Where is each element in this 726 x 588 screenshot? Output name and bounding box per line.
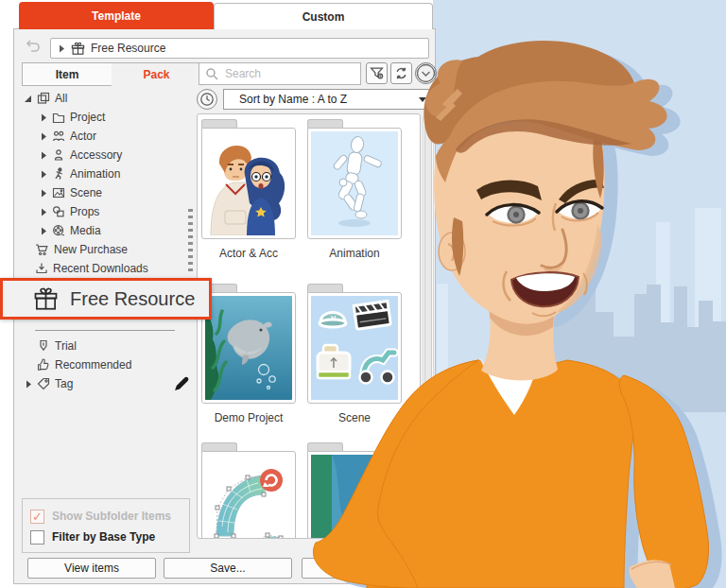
tree-extras: Trial Recommended Tag: [22, 337, 196, 393]
sort-label: Sort by Name : A to Z: [239, 93, 347, 106]
folder-tab: [307, 284, 343, 292]
category-tree: All Project Actor Accessory Animation: [22, 89, 196, 278]
search-icon: [205, 67, 218, 80]
folder-tab: [201, 119, 237, 128]
tree-item-props[interactable]: Props: [22, 202, 196, 221]
gift-icon: [33, 286, 59, 312]
filter-button[interactable]: [366, 62, 388, 84]
tree-item-recent-downloads[interactable]: Recent Downloads: [22, 259, 196, 278]
edit-tag-icon[interactable]: [174, 376, 189, 391]
collapse-icon[interactable]: [24, 95, 32, 103]
search-box: [199, 62, 361, 85]
app-window: Template Custom Free Resource Item Pack: [0, 0, 726, 588]
spline-art: [205, 455, 292, 539]
folder-icon: [52, 111, 65, 124]
expand-icon[interactable]: [41, 151, 47, 160]
scrollbar[interactable]: [423, 113, 434, 539]
tab-template[interactable]: Template: [19, 2, 214, 29]
thumbs-up-icon: [37, 358, 50, 372]
tag-icon: [37, 377, 50, 390]
page-indicator: / 1: [389, 521, 401, 534]
tab-custom[interactable]: Custom: [214, 3, 433, 29]
tree-item-project[interactable]: Project: [22, 108, 196, 127]
sort-dropdown[interactable]: Sort by Name : A to Z: [223, 89, 435, 110]
blue-background: [433, 0, 726, 588]
thumbnail-animation[interactable]: Animation: [307, 119, 402, 260]
save-button[interactable]: Save...: [164, 558, 292, 579]
layers-icon: [37, 92, 50, 105]
more-button[interactable]: [415, 62, 437, 84]
scene-art: V: [311, 296, 398, 400]
expand-arrow-icon[interactable]: [59, 44, 65, 53]
tree-item-new-purchase[interactable]: New Purchase: [22, 240, 196, 259]
thumbnail-label: Demo Project: [201, 411, 296, 424]
expand-icon[interactable]: [41, 132, 47, 141]
tree-item-recommended[interactable]: Recommended: [22, 355, 196, 374]
tree-item-actor[interactable]: Actor: [22, 127, 196, 146]
sync-icon: [394, 66, 408, 80]
filter-base-option[interactable]: Filter by Base Type: [30, 527, 182, 547]
pagination: / 1: [389, 521, 415, 534]
expand-icon[interactable]: [26, 380, 32, 389]
thumbnail-scene[interactable]: V: [307, 284, 402, 424]
tree-item-accessory[interactable]: Accessory: [22, 146, 196, 164]
thumbnail-spline[interactable]: [201, 442, 296, 539]
funnel-icon: [370, 66, 384, 80]
folder-tab: [307, 119, 343, 128]
expand-icon[interactable]: [41, 113, 47, 122]
folder-tab: [307, 442, 343, 451]
media-icon: [52, 224, 65, 237]
tree-item-media[interactable]: Media: [22, 221, 196, 240]
expand-icon[interactable]: [41, 189, 47, 198]
history-button[interactable]: [197, 89, 217, 110]
tree-item-animation[interactable]: Animation: [22, 164, 196, 183]
thumbnail-demo-project[interactable]: Demo Project: [201, 284, 296, 424]
checkbox-unchecked[interactable]: [30, 530, 44, 545]
demo-project-art: [205, 296, 292, 400]
actor-icon: [52, 130, 65, 143]
expand-icon[interactable]: [41, 170, 47, 179]
thumbnail-label: Actor & Acc: [201, 247, 296, 260]
clock-icon: [199, 92, 215, 107]
cart-icon: [35, 243, 49, 256]
panel-splitter[interactable]: [188, 209, 194, 271]
accessory-icon: [52, 148, 65, 162]
tree-item-scene[interactable]: Scene: [22, 183, 196, 202]
search-input[interactable]: [223, 66, 354, 81]
gift-icon: [71, 42, 85, 56]
hidden-button[interactable]: [302, 558, 428, 579]
expand-icon[interactable]: [41, 208, 47, 216]
thumbnail-actor-acc[interactable]: Actor & Acc: [201, 119, 296, 260]
svg-text:V: V: [331, 314, 337, 322]
breadcrumb-label: Free Resource: [91, 42, 165, 55]
folder-tab: [201, 442, 237, 451]
tree-item-all[interactable]: All: [22, 89, 196, 108]
thumbnail-label: Animation: [307, 247, 402, 260]
show-subfolder-option[interactable]: ✓ Show Subfolder Items: [30, 506, 182, 527]
tab-pack[interactable]: Pack: [112, 62, 202, 86]
tree-item-tag[interactable]: Tag: [22, 374, 196, 393]
divider: [35, 330, 175, 331]
callout-label: Free Resource: [70, 288, 195, 310]
thumbnail-grid: Actor & Acc: [197, 113, 421, 539]
view-items-button[interactable]: View items: [27, 558, 156, 579]
refresh-button[interactable]: [390, 62, 412, 84]
thumbnail-label: Scene: [307, 411, 402, 424]
trial-icon: [37, 339, 50, 353]
next-page-icon[interactable]: [406, 523, 415, 532]
tree-item-trial[interactable]: Trial: [22, 337, 196, 355]
animation-icon: [52, 167, 65, 181]
scrollbar-thumb[interactable]: [424, 117, 432, 531]
expand-icon[interactable]: [41, 227, 47, 235]
props-icon: [52, 205, 65, 218]
actor-acc-art: [205, 131, 292, 235]
free-resource-callout[interactable]: Free Resource: [0, 278, 212, 320]
animation-art: [311, 131, 398, 235]
partial-art: [311, 455, 398, 539]
back-icon[interactable]: [23, 40, 42, 55]
scene-icon: [52, 186, 65, 199]
dropdown-caret-icon: [419, 97, 426, 102]
breadcrumb[interactable]: Free Resource: [50, 38, 429, 59]
checkbox-checked[interactable]: ✓: [30, 510, 44, 524]
tab-item[interactable]: Item: [22, 62, 112, 86]
